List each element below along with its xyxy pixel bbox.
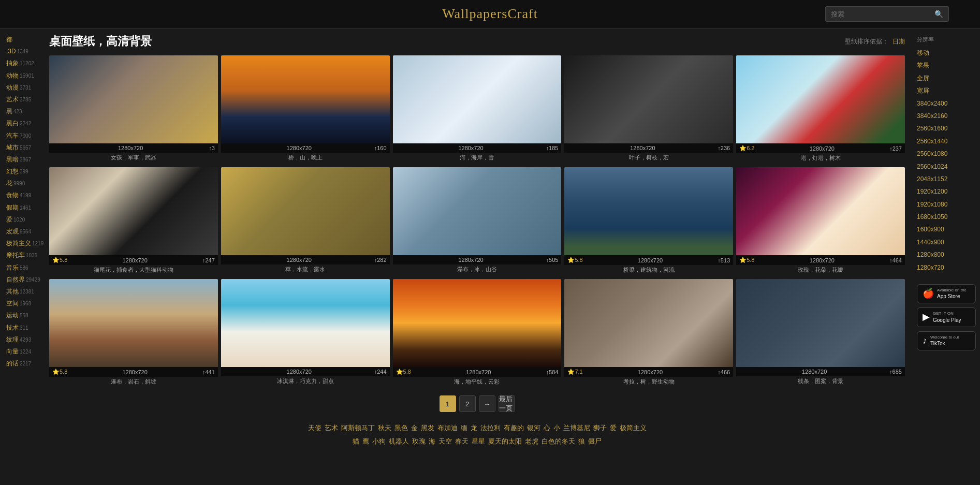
sidebar-item-汽车[interactable]: 汽车7000 bbox=[4, 130, 37, 142]
resolution-item-苹果[interactable]: 苹果 bbox=[917, 59, 976, 71]
tag-黑发[interactable]: 黑发 bbox=[421, 424, 434, 432]
page-btn-最后一页[interactable]: 最后一页 bbox=[499, 395, 515, 412]
sort-value[interactable]: 日期 bbox=[893, 37, 905, 46]
tag-春天[interactable]: 春天 bbox=[455, 437, 469, 445]
sidebar-item-摩托车[interactable]: 摩托车1035 bbox=[4, 249, 37, 261]
sidebar-item-宏观[interactable]: 宏观9564 bbox=[4, 226, 37, 238]
tag-小[interactable]: 小 bbox=[553, 424, 560, 432]
tag-狮子[interactable]: 狮子 bbox=[593, 424, 607, 432]
tag-机器人[interactable]: 机器人 bbox=[389, 437, 409, 445]
sidebar-item-抽象[interactable]: 抽象11202 bbox=[4, 57, 37, 69]
sidebar-item-运动[interactable]: 运动558 bbox=[4, 310, 37, 321]
resolution-item-1280x720[interactable]: 1280x720 bbox=[917, 261, 976, 274]
sidebar-item-黑白[interactable]: 黑白2242 bbox=[4, 117, 37, 129]
sidebar-item-纹理[interactable]: 纹理4293 bbox=[4, 334, 37, 346]
grid-item[interactable]: 1280x720↑3女孩，军事，武器 bbox=[49, 55, 218, 164]
resolution-item-3840x2400[interactable]: 3840x2400 bbox=[917, 97, 976, 110]
tag-夏天的太阳[interactable]: 夏天的太阳 bbox=[488, 437, 522, 445]
grid-item[interactable]: ⭐7.11280x720↑466考拉，树，野生动物 bbox=[564, 279, 733, 388]
badge-tiktok[interactable]: ♪ Welcome to our TikTok bbox=[917, 331, 976, 350]
resolution-item-1280x800[interactable]: 1280x800 bbox=[917, 248, 976, 261]
tag-玫瑰[interactable]: 玫瑰 bbox=[412, 437, 426, 445]
badge-appstore[interactable]: 🍎 Available on the App Store bbox=[917, 284, 976, 303]
grid-item[interactable]: 1280x720↑236叶子，树枝，宏 bbox=[564, 55, 733, 164]
sidebar-item-都[interactable]: 都 bbox=[4, 34, 37, 46]
sidebar-item-爱[interactable]: 爱1020 bbox=[4, 214, 37, 226]
sidebar-item-动物[interactable]: 动物15901 bbox=[4, 70, 37, 82]
resolution-item-1600x900[interactable]: 1600x900 bbox=[917, 223, 976, 236]
tag-缅[interactable]: 缅 bbox=[461, 424, 467, 432]
grid-item[interactable]: ⭐5.81280x720↑464玫瑰，花朵，花瓣 bbox=[736, 167, 905, 276]
tag-秋天[interactable]: 秋天 bbox=[378, 424, 391, 432]
resolution-item-宽屏[interactable]: 宽屏 bbox=[917, 84, 976, 97]
sidebar-item-假期[interactable]: 假期1461 bbox=[4, 202, 37, 214]
tag-小狗[interactable]: 小狗 bbox=[372, 437, 386, 445]
sidebar-item-自然界[interactable]: 自然界29429 bbox=[4, 274, 37, 286]
tag-极简主义[interactable]: 极简主义 bbox=[620, 424, 647, 432]
sidebar-item-的话[interactable]: 的话2217 bbox=[4, 358, 37, 370]
grid-item[interactable]: 1280x720↑282草，水流，露水 bbox=[221, 167, 390, 276]
tag-布加迪[interactable]: 布加迪 bbox=[437, 424, 458, 432]
sidebar-item-食物[interactable]: 食物4199 bbox=[4, 189, 37, 201]
sidebar-item-花[interactable]: 花9998 bbox=[4, 178, 37, 189]
sidebar-item-向量[interactable]: 向量1224 bbox=[4, 346, 37, 358]
sidebar-item-幻想[interactable]: 幻想399 bbox=[4, 166, 37, 178]
grid-item[interactable]: ⭐5.81280x720↑584海，地平线，云彩 bbox=[393, 279, 562, 388]
sidebar-item-艺术[interactable]: 艺术3785 bbox=[4, 94, 37, 106]
badge-googleplay[interactable]: ▶ GET IT ON Google Play bbox=[917, 307, 976, 327]
resolution-item-2560x1024[interactable]: 2560x1024 bbox=[917, 160, 976, 173]
tag-阿斯顿马丁[interactable]: 阿斯顿马丁 bbox=[341, 424, 375, 432]
tag-法拉利[interactable]: 法拉利 bbox=[480, 424, 501, 432]
tag-白色的冬天[interactable]: 白色的冬天 bbox=[542, 437, 575, 445]
page-btn-1[interactable]: 1 bbox=[440, 395, 456, 412]
sidebar-item-城市[interactable]: 城市5657 bbox=[4, 142, 37, 154]
sidebar-item-空间[interactable]: 空间1968 bbox=[4, 298, 37, 310]
resolution-item-移动[interactable]: 移动 bbox=[917, 47, 976, 59]
page-btn-→[interactable]: → bbox=[479, 395, 495, 412]
tag-龙[interactable]: 龙 bbox=[471, 424, 477, 432]
tag-天空[interactable]: 天空 bbox=[438, 437, 452, 445]
tag-心[interactable]: 心 bbox=[544, 424, 550, 432]
sidebar-item-其他[interactable]: 其他12381 bbox=[4, 286, 37, 298]
sidebar-item-.3D[interactable]: .3D1349 bbox=[4, 46, 37, 57]
tag-银河[interactable]: 银河 bbox=[527, 424, 540, 432]
grid-item[interactable]: ⭐5.81280x720↑247猫尾花，捕食者，大型猫科动物 bbox=[49, 167, 218, 276]
grid-item[interactable]: ⭐5.81280x720↑513桥梁，建筑物，河流 bbox=[564, 167, 733, 276]
sidebar-item-技术[interactable]: 技术311 bbox=[4, 322, 37, 334]
resolution-item-全屏[interactable]: 全屏 bbox=[917, 72, 976, 84]
resolution-item-2048x1152[interactable]: 2048x1152 bbox=[917, 173, 976, 185]
logo[interactable]: WallpapersCraft bbox=[442, 6, 538, 22]
tag-艺术[interactable]: 艺术 bbox=[325, 424, 338, 432]
tag-海[interactable]: 海 bbox=[429, 437, 435, 445]
resolution-item-1920x1200[interactable]: 1920x1200 bbox=[917, 185, 976, 198]
sidebar-item-黑暗[interactable]: 黑暗3867 bbox=[4, 154, 37, 166]
sidebar-item-音乐[interactable]: 音乐586 bbox=[4, 262, 37, 274]
tag-猫[interactable]: 猫 bbox=[353, 437, 359, 445]
grid-item[interactable]: ⭐6.21280x720↑237塔，灯塔，树木 bbox=[736, 55, 905, 164]
grid-item[interactable]: 1280x720↑505瀑布，冰，山谷 bbox=[393, 167, 562, 276]
grid-item[interactable]: ⭐5.81280x720↑441瀑布，岩石，斜坡 bbox=[49, 279, 218, 388]
page-btn-2[interactable]: 2 bbox=[459, 395, 476, 412]
resolution-item-3840x2160[interactable]: 3840x2160 bbox=[917, 110, 976, 122]
resolution-item-2560x1600[interactable]: 2560x1600 bbox=[917, 122, 976, 135]
grid-item[interactable]: 1280x720↑685线条，图案，背景 bbox=[736, 279, 905, 388]
tag-星星[interactable]: 星星 bbox=[472, 437, 485, 445]
tag-有趣的[interactable]: 有趣的 bbox=[504, 424, 524, 432]
tag-狼[interactable]: 狼 bbox=[578, 437, 585, 445]
sidebar-item-极简主义[interactable]: 极简主义1219 bbox=[4, 238, 37, 249]
grid-item[interactable]: 1280x720↑244冰淇淋，巧克力，甜点 bbox=[221, 279, 390, 388]
resolution-item-2560x1440[interactable]: 2560x1440 bbox=[917, 135, 976, 148]
sidebar-item-黑[interactable]: 黑423 bbox=[4, 106, 37, 117]
sidebar-item-动漫[interactable]: 动漫3731 bbox=[4, 82, 37, 94]
search-button[interactable]: 🔍 bbox=[929, 7, 948, 21]
search-input[interactable] bbox=[826, 7, 929, 21]
grid-item[interactable]: 1280x720↑160桥，山，晚上 bbox=[221, 55, 390, 164]
tag-爱[interactable]: 爱 bbox=[610, 424, 617, 432]
grid-item[interactable]: 1280x720↑185河，海岸，雪 bbox=[393, 55, 562, 164]
resolution-item-1920x1080[interactable]: 1920x1080 bbox=[917, 198, 976, 211]
tag-僵尸[interactable]: 僵尸 bbox=[588, 437, 602, 445]
tag-鹰[interactable]: 鹰 bbox=[362, 437, 369, 445]
tag-黑色[interactable]: 黑色 bbox=[394, 424, 408, 432]
resolution-item-2560x1080[interactable]: 2560x1080 bbox=[917, 148, 976, 160]
tag-老虎[interactable]: 老虎 bbox=[525, 437, 538, 445]
